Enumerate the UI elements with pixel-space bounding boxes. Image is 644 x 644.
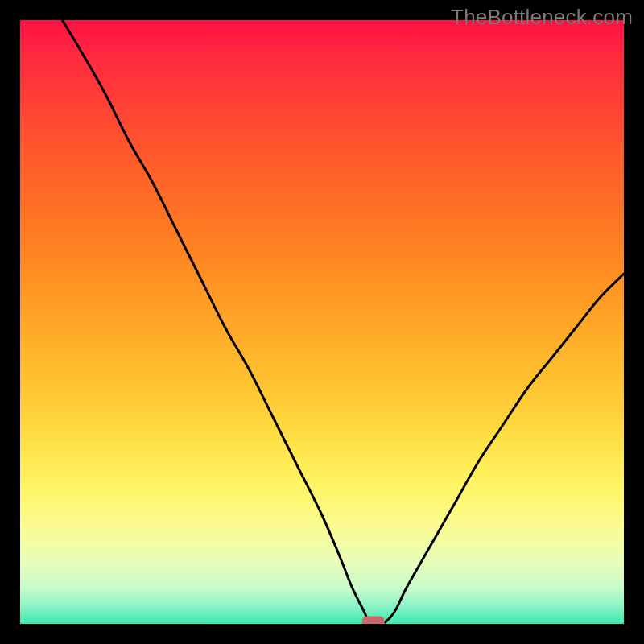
bottleneck-curve	[63, 20, 625, 624]
chart-frame: TheBottleneck.com	[0, 0, 644, 644]
chart-svg	[20, 20, 624, 624]
watermark-text: TheBottleneck.com	[451, 5, 633, 30]
optimal-point-marker	[362, 617, 385, 625]
